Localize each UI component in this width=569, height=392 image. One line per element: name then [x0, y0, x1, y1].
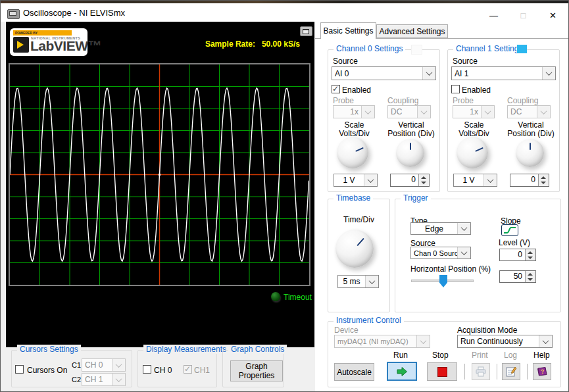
chevron-down-icon: [539, 335, 552, 347]
measure-ch0-checkbox[interactable]: [143, 365, 151, 374]
chevron-down-icon: [457, 247, 470, 258]
labview-brand-label: LabVIEW™: [30, 38, 101, 54]
scope-waveform-plot: [10, 64, 309, 285]
ch1-probe-dropdown: 1x: [453, 105, 495, 118]
ch0-scale-label-1: Scale: [344, 120, 364, 130]
ch1-source-dropdown[interactable]: AI 1: [451, 66, 556, 80]
measure-ch0-label: CH 0: [154, 366, 172, 375]
ch0-scale-knob[interactable]: [337, 137, 368, 168]
button-separator: [464, 364, 465, 380]
ch1-vpos-label: Vertical Position (Div): [504, 121, 558, 138]
device-value: myDAQ1 (NI myDAQ): [335, 337, 416, 345]
ch0-coupling-dropdown: DC: [387, 105, 431, 118]
spin-down-icon[interactable]: [526, 277, 535, 283]
timediv-knob[interactable]: [335, 230, 374, 268]
ch1-coupling-dropdown: DC: [507, 105, 551, 118]
cursor2-source-value: CH 1: [82, 375, 112, 384]
ch0-scale-dropdown[interactable]: 1 V: [334, 174, 378, 187]
chevron-down-icon: [457, 223, 470, 234]
tab-basic-settings-label: Basic Settings: [323, 26, 373, 36]
knob-needle: [396, 139, 424, 167]
acquisition-mode-dropdown[interactable]: Run Continuously: [457, 335, 553, 348]
title-bar[interactable]: Oscilloscope - NI ELVISmx — □ ✕: [1, 3, 568, 22]
ch0-vpos-label-1: Vertical: [398, 120, 424, 130]
ch0-vpos-knob[interactable]: [396, 139, 424, 167]
app-icon: [7, 9, 20, 19]
autoscale-button[interactable]: Autoscale: [334, 363, 374, 381]
spin-up-icon[interactable]: [539, 174, 549, 180]
log-button[interactable]: [502, 363, 520, 380]
device-label: Device: [334, 326, 359, 335]
detach-window-icon[interactable]: [300, 26, 312, 36]
help-label: Help: [533, 351, 550, 360]
tab-basic-settings[interactable]: Basic Settings: [320, 22, 376, 39]
ch0-vpos-label-2: Position (Div): [387, 129, 434, 138]
button-separator: [497, 364, 497, 380]
cursors-on-checkbox[interactable]: [15, 365, 24, 374]
ch0-enabled-checkbox[interactable]: [332, 85, 340, 93]
trigger-title: Trigger: [401, 193, 431, 203]
ch1-enabled-checkbox[interactable]: [451, 85, 460, 93]
trigger-slope-button[interactable]: [501, 224, 518, 236]
sample-rate-text: Sample Rate: 50.00 kS/s: [165, 39, 300, 49]
trigger-source-value: Chan 0 Source: [411, 249, 457, 257]
ch1-scale-dropdown[interactable]: 1 V: [453, 174, 497, 187]
ch1-source-value: AI 1: [452, 69, 542, 78]
stop-button[interactable]: [427, 362, 457, 381]
window-title: Oscilloscope - NI ELVISmx: [23, 8, 125, 18]
c2-label: C2: [72, 376, 81, 383]
ch1-vpos-spinner[interactable]: 0: [510, 174, 549, 187]
labview-play-icon: [13, 37, 29, 53]
ch0-enabled-label: Enabled: [342, 86, 371, 95]
timediv-value: 5 ms: [338, 277, 365, 286]
spinner-arrows[interactable]: [538, 174, 549, 186]
chevron-down-icon: [422, 67, 435, 80]
timediv-dropdown[interactable]: 5 ms: [337, 275, 379, 288]
help-button[interactable]: ?: [533, 363, 551, 380]
trigger-level-spinner[interactable]: 0: [499, 249, 536, 261]
acquisition-mode-value: Run Continuously: [458, 337, 539, 346]
ch1-scale-label-1: Scale: [464, 120, 483, 130]
run-button[interactable]: [387, 362, 417, 381]
spin-up-icon[interactable]: [526, 249, 535, 255]
autoscale-button-label: Autoscale: [337, 368, 372, 377]
spinner-arrows[interactable]: [525, 249, 535, 260]
spin-down-icon[interactable]: [539, 180, 549, 186]
chevron-down-icon: [112, 374, 125, 385]
graph-properties-button[interactable]: Graph Properties: [230, 360, 283, 381]
ch1-vpos-label-2: Position (Div): [507, 129, 554, 138]
chevron-down-icon: [542, 67, 555, 80]
tab-advanced-settings[interactable]: Advanced Settings: [376, 24, 448, 38]
trigger-hpos-spinner[interactable]: 50: [499, 270, 536, 283]
ch0-vpos-spinner[interactable]: 0: [390, 174, 430, 187]
cursors-settings-title: Cursors Settings: [17, 345, 81, 354]
spin-down-icon[interactable]: [526, 255, 535, 261]
spin-up-icon[interactable]: [419, 174, 429, 180]
ch0-probe-value: 1x: [334, 107, 361, 116]
ch1-scale-knob[interactable]: [457, 137, 488, 168]
chevron-down-icon: [112, 359, 125, 371]
spinner-arrows[interactable]: [418, 174, 429, 186]
timeout-label: Timeout: [284, 293, 312, 302]
spinner-arrows[interactable]: [525, 271, 535, 282]
timebase-title: Timebase: [334, 193, 373, 203]
trigger-type-dropdown[interactable]: Edge: [410, 222, 471, 235]
ch1-probe-value: 1x: [453, 107, 481, 116]
spin-up-icon[interactable]: [526, 271, 535, 277]
trigger-source-dropdown[interactable]: Chan 0 Source: [410, 247, 471, 259]
timeout-led: [271, 292, 280, 301]
ch0-vpos-label: Vertical Position (Div): [384, 121, 438, 138]
graph-properties-label-1: Graph: [245, 362, 267, 371]
ch1-vpos-knob[interactable]: [516, 139, 544, 167]
rising-edge-icon: [502, 225, 518, 235]
powered-by-label: POWERED BY: [13, 30, 72, 36]
measure-ch1-checkbox: [184, 365, 192, 374]
sample-rate-label: Sample Rate:: [205, 39, 255, 49]
graph-properties-label-2: Properties: [239, 371, 275, 380]
run-arrow-icon: [396, 366, 408, 377]
button-separator: [527, 364, 528, 380]
cursor1-source-value: CH 0: [82, 360, 112, 370]
spin-down-icon[interactable]: [419, 180, 429, 186]
trigger-type-value: Edge: [411, 224, 457, 233]
ch0-source-dropdown[interactable]: AI 0: [332, 66, 436, 80]
